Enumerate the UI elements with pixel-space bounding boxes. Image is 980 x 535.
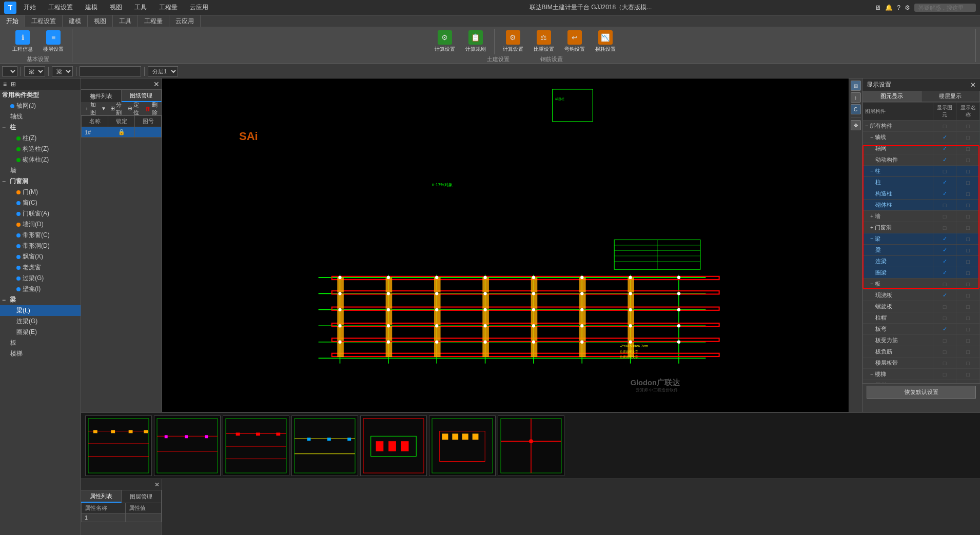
display-check-element-3[interactable]: ✓ — [933, 154, 956, 166]
floor-settings-button[interactable]: ≡ 楼层设置 — [39, 29, 68, 54]
split-button[interactable]: ⊞ 分割 — [108, 100, 124, 117]
display-check-element-18[interactable]: ✓ — [933, 324, 956, 335]
tree-slab[interactable]: 板 — [0, 338, 81, 348]
element-name-input[interactable] — [80, 66, 141, 76]
menu-start[interactable]: 开始 — [22, 2, 38, 13]
display-check-name-17[interactable]: □ — [956, 312, 980, 324]
cad-tool-c[interactable]: C — [851, 104, 861, 114]
thumb-7[interactable] — [498, 415, 564, 476]
close-right-panel[interactable]: ✕ — [970, 81, 976, 89]
weight-settings-button[interactable]: ⚖ 比重设置 — [530, 29, 558, 54]
tree-door[interactable]: 门(M) — [0, 187, 81, 197]
tree-strip-opening[interactable]: 带形洞(D) — [0, 241, 81, 251]
display-check-name-20[interactable]: □ — [956, 346, 980, 358]
ribbon-tab-cloud[interactable]: 云应用 — [169, 15, 201, 27]
layer-select[interactable]: 分层1 — [148, 66, 178, 76]
tree-opening-category[interactable]: − 门窗洞 — [0, 176, 81, 187]
tree-ring-beam[interactable]: 圈梁(E) — [0, 327, 81, 338]
calc-settings-button[interactable]: ⚙ 计算设置 — [430, 29, 459, 54]
display-check-element-21[interactable]: □ — [933, 358, 956, 369]
thumb-3[interactable] — [223, 415, 289, 476]
display-check-element-16[interactable]: □ — [933, 301, 956, 312]
tree-axis-line[interactable]: 轴线 — [0, 111, 81, 122]
title-icon-4[interactable]: ⚙ — [905, 4, 910, 11]
thumb-6[interactable] — [429, 415, 496, 476]
ribbon-tab-project[interactable]: 工程设置 — [25, 15, 63, 27]
tree-column-z[interactable]: 柱(Z) — [0, 133, 81, 144]
display-check-name-9[interactable]: □ — [956, 222, 980, 233]
display-check-element-22[interactable]: □ — [933, 369, 956, 380]
title-icon-2[interactable]: 🔔 — [885, 4, 893, 11]
display-check-element-9[interactable]: □ — [933, 222, 956, 233]
title-icon-1[interactable]: 🖥 — [875, 4, 881, 11]
display-check-name-6[interactable]: □ — [956, 188, 980, 200]
display-check-element-17[interactable]: □ — [933, 312, 956, 324]
cad-tool-2[interactable]: ↕ — [851, 92, 861, 103]
drawing-row-1[interactable]: 1# 🔒 — [82, 127, 162, 137]
hook-settings-button[interactable]: ↩ 弯钩设置 — [560, 29, 589, 54]
cad-tool-1[interactable]: ⊞ — [851, 81, 861, 91]
display-check-element-19[interactable]: □ — [933, 335, 956, 346]
delete-button[interactable]: 🗑 删除 — [143, 100, 160, 117]
tree-masonry-column[interactable]: 砌体柱(Z) — [0, 154, 81, 165]
menu-cloud[interactable]: 云应用 — [188, 2, 210, 13]
display-check-element-10[interactable]: ✓ — [933, 233, 956, 245]
close-draw-panel[interactable]: ✕ — [153, 80, 160, 88]
tree-axis-network[interactable]: 轴网(J) — [0, 101, 81, 111]
display-check-name-5[interactable]: □ — [956, 177, 980, 188]
ribbon-tab-start[interactable]: 开始 — [0, 15, 25, 27]
steel-calc-button[interactable]: ⚙ 计算设置 — [499, 29, 527, 54]
display-check-element-13[interactable]: ✓ — [933, 267, 956, 279]
display-check-element-12[interactable]: ✓ — [933, 256, 956, 267]
display-check-name-7[interactable]: □ — [956, 200, 980, 211]
display-check-element-8[interactable]: □ — [933, 211, 956, 222]
close-prop-panel[interactable]: ✕ — [154, 481, 160, 488]
thumb-5[interactable] — [360, 415, 427, 476]
locate-button[interactable]: ⊕ 定位 — [126, 100, 141, 117]
tree-niche[interactable]: 壁龛(I) — [0, 284, 81, 294]
menu-modeling[interactable]: 建模 — [83, 2, 100, 13]
tree-bay-window[interactable]: 飘窗(X) — [0, 251, 81, 262]
menu-view[interactable]: 视图 — [108, 2, 124, 13]
tab-layer-mgmt[interactable]: 图层管理 — [122, 490, 162, 503]
restore-defaults-button[interactable]: 恢复默认设置 — [867, 386, 976, 399]
thumb-4[interactable] — [291, 415, 358, 476]
tab-floor-display[interactable]: 楼层显示 — [922, 91, 981, 102]
menu-tools[interactable]: 工具 — [132, 2, 149, 13]
thumb-2[interactable] — [154, 415, 221, 476]
title-icon-3[interactable]: ? — [897, 4, 900, 11]
display-check-name-3[interactable]: □ — [956, 154, 980, 166]
floor-select[interactable]: 首层 — [2, 66, 17, 76]
display-check-name-1[interactable]: □ — [956, 132, 980, 143]
ribbon-tab-tools[interactable]: 工具 — [113, 15, 138, 27]
display-check-name-14[interactable]: □ — [956, 279, 980, 290]
display-check-name-11[interactable]: □ — [956, 245, 980, 256]
element-select[interactable]: 梁 — [52, 66, 73, 76]
type-select[interactable]: 梁 — [24, 66, 45, 76]
tab-element-display[interactable]: 图元显示 — [863, 91, 922, 102]
display-check-name-22[interactable]: □ — [956, 369, 980, 380]
tree-connecting-beam[interactable]: 连梁(G) — [0, 316, 81, 327]
menu-quantities[interactable]: 工程量 — [157, 2, 180, 13]
display-check-element-7[interactable]: □ — [933, 200, 956, 211]
tree-beam-category[interactable]: − 梁 — [0, 294, 81, 305]
ribbon-tab-view[interactable]: 视图 — [88, 15, 113, 27]
canvas-area[interactable]: 标题栏 n-17%对象 -2YM 538v4.7vm 位置说明文字 位置说明文字 — [162, 78, 862, 412]
display-check-name-19[interactable]: □ — [956, 335, 980, 346]
tree-common-types[interactable]: 常用构件类型 — [0, 90, 81, 101]
view-toggle-icon[interactable]: ≡ — [3, 81, 7, 88]
project-info-button[interactable]: ℹ 工程信息 — [8, 29, 37, 54]
display-check-name-12[interactable]: □ — [956, 256, 980, 267]
calc-rules-button[interactable]: 📋 计算规则 — [461, 29, 490, 54]
display-check-element-5[interactable]: ✓ — [933, 177, 956, 188]
display-check-element-2[interactable]: ✓ — [933, 143, 956, 154]
ribbon-tab-modeling[interactable]: 建模 — [63, 15, 88, 27]
tree-stair[interactable]: 楼梯 — [0, 348, 81, 359]
tab-prop-list[interactable]: 属性列表 — [81, 490, 122, 503]
display-check-name-8[interactable]: □ — [956, 211, 980, 222]
display-check-element-0[interactable]: □ — [933, 121, 956, 132]
tree-window[interactable]: 窗(C) — [0, 197, 81, 208]
search-input[interactable] — [914, 4, 976, 12]
display-check-element-6[interactable]: ✓ — [933, 188, 956, 200]
tree-column-category[interactable]: − 柱 — [0, 122, 81, 133]
